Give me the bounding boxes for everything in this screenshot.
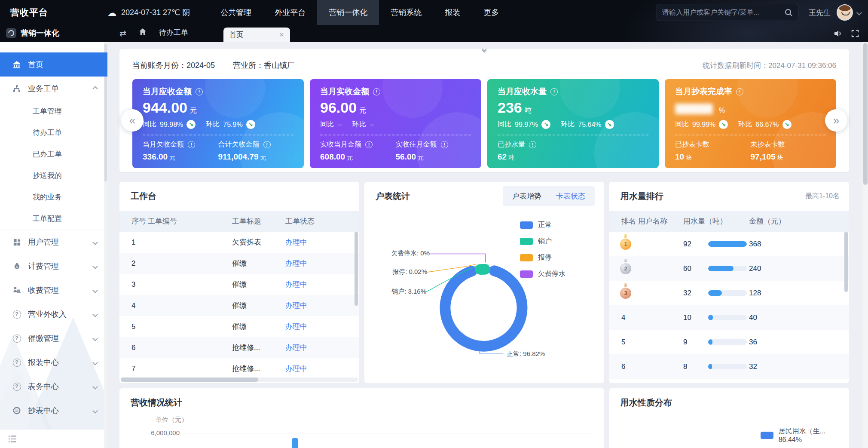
collapse-panel-button[interactable] xyxy=(483,49,486,52)
status-link[interactable]: 办理中 xyxy=(285,279,359,289)
status-link[interactable]: 办理中 xyxy=(285,364,359,374)
sidebar-subitem-order-config[interactable]: 工单配置 xyxy=(0,208,107,230)
carousel-prev-button[interactable]: « xyxy=(121,109,144,132)
tab-meter-growth[interactable]: 户表增势 xyxy=(512,191,541,201)
sidebar-item-billing-manage[interactable]: $ 计费管理 xyxy=(0,254,107,278)
volume-icon[interactable] xyxy=(833,29,842,38)
tab-home[interactable]: 首页 × xyxy=(223,28,290,42)
meter-icon xyxy=(12,406,21,415)
question-circle-icon: ? xyxy=(12,310,21,319)
stat-card-reading-completion[interactable]: 当月抄表完成率! % 同比99.99%↘ 环比66.67%↘ 已抄表卡数 10块 xyxy=(665,79,836,168)
info-icon[interactable]: ! xyxy=(373,88,380,95)
sidebar-item-home[interactable]: 首页 xyxy=(0,52,107,77)
legend-item-residential[interactable]: 居民用水（生... 86.44% xyxy=(761,427,849,444)
table-row[interactable]: 7 抢维修... 办理中 xyxy=(119,358,359,379)
stat-card-receivable-amount[interactable]: 当月应收金额! 944.00元 同比99.98%↘ 环比75.9%↘ 当月欠收金… xyxy=(132,79,304,168)
table-row[interactable]: 1 欠费拆表 办理中 xyxy=(119,232,359,253)
sidebar-subitem-cc-me[interactable]: 抄送我的 xyxy=(0,165,107,187)
sidebar-item-meter-reading-center[interactable]: 抄表中心 xyxy=(0,399,107,423)
stat-card-receivable-water[interactable]: 当月应收水量! 236吨 同比99.97%↘ 环比75.64%↘ 已抄水量! 6… xyxy=(487,79,659,168)
info-icon[interactable]: ! xyxy=(736,88,743,95)
sidebar-item-label: 首页 xyxy=(28,59,43,70)
topmenu-item-field[interactable]: 外业平台 xyxy=(263,0,317,25)
sidebar-menu: 首页 业务工单 工单管理 待办工单 已办工单 抄送我的 我的业务 工单配置 xyxy=(0,42,107,423)
status-link[interactable]: 办理中 xyxy=(285,237,359,247)
table-row[interactable]: 3 催缴 办理中 xyxy=(119,274,359,295)
topmenu-item-marketing-integrated[interactable]: 营销一体化 xyxy=(317,0,379,25)
page-scrollbar-thumb[interactable] xyxy=(863,43,868,185)
sidebar-subitem-done-orders[interactable]: 已办工单 xyxy=(0,144,107,165)
sidebar-subitem-todo-orders[interactable]: 待办工单 xyxy=(0,122,107,144)
tab-card-meter-status[interactable]: 卡表状态 xyxy=(556,191,585,201)
carousel-next-button[interactable]: » xyxy=(825,109,847,132)
table-row[interactable]: 4 催缴 办理中 xyxy=(119,295,359,316)
table-row[interactable]: 6 抢维修... 办理中 xyxy=(119,337,359,358)
topmenu-item-install[interactable]: 报装 xyxy=(433,0,472,25)
sidebar-item-user-manage[interactable]: 用户管理 xyxy=(0,230,107,254)
money-bag-icon: $ xyxy=(12,262,21,270)
sidebar-subitem-my-business[interactable]: 我的业务 xyxy=(0,187,107,208)
horizontal-scrollbar-thumb[interactable] xyxy=(121,377,258,382)
legend-item-closed[interactable]: 销户 xyxy=(520,237,565,246)
sidebar-subitem-order-manage[interactable]: 工单管理 xyxy=(0,101,107,122)
topmenu-item-public[interactable]: 公共管理 xyxy=(209,0,263,25)
info-icon[interactable]: ! xyxy=(365,141,373,148)
topmenu-item-more[interactable]: 更多 xyxy=(472,0,510,25)
sidebar-item-fee-manage[interactable]: 收费管理 xyxy=(0,278,107,302)
vertical-scrollbar-thumb[interactable] xyxy=(844,232,848,292)
home-icon[interactable] xyxy=(138,28,147,37)
table-row[interactable]: 2 催缴 办理中 xyxy=(119,253,359,274)
stat-trend: 同比99.99%↘ 环比66.67%↘ xyxy=(675,120,826,129)
search-icon[interactable] xyxy=(784,8,793,17)
ranking-row[interactable]: 2 60 240 xyxy=(609,256,849,281)
info-icon[interactable]: ! xyxy=(263,141,271,148)
fullscreen-icon[interactable] xyxy=(851,29,859,38)
sidebar-footer xyxy=(0,429,104,448)
stat-card-received-amount[interactable]: 当月实收金额! 96.00元 同比-- 环比-- 实收当月金额! 608.00元 xyxy=(310,79,481,168)
ranking-row[interactable]: 1 92 368 xyxy=(609,232,849,256)
quicklink-todo-orders[interactable]: 待办工单 xyxy=(159,28,188,37)
stat-sub-2: 实收往月金额! 56.00元 xyxy=(396,140,471,162)
status-link[interactable]: 办理中 xyxy=(285,301,359,310)
info-icon[interactable]: ! xyxy=(529,141,536,148)
legend-item-normal[interactable]: 正常 xyxy=(520,221,565,230)
usage-bar xyxy=(708,315,747,320)
ranking-row-partial[interactable] xyxy=(609,379,849,383)
info-icon[interactable]: ! xyxy=(188,141,195,148)
revenue-title: 营收情况统计 xyxy=(131,398,182,407)
tab-close-icon[interactable]: × xyxy=(279,30,284,40)
refresh-time: 统计数据刷新时间：2024-07-31 09:36:06 xyxy=(703,61,836,71)
status-link[interactable]: 办理中 xyxy=(285,258,359,268)
search-input[interactable] xyxy=(662,9,781,16)
sidebar-item-collection-manage[interactable]: ? 催缴管理 xyxy=(0,326,107,350)
status-link[interactable]: 办理中 xyxy=(285,322,359,331)
collapse-menu-icon[interactable] xyxy=(8,434,17,444)
ranking-row[interactable]: 6 8 32 xyxy=(609,354,849,379)
avatar[interactable] xyxy=(837,4,853,21)
info-icon[interactable]: ! xyxy=(550,88,558,95)
legend-item-paused[interactable]: 报停 xyxy=(520,253,565,262)
ranking-row[interactable]: 3 32 128 xyxy=(609,281,849,305)
vertical-scrollbar-thumb[interactable] xyxy=(355,232,358,306)
swap-tabs-icon[interactable]: ⇄ xyxy=(119,29,126,37)
sidebar-item-label: 抄表中心 xyxy=(28,405,59,416)
ranking-row[interactable]: 5 9 36 xyxy=(609,330,849,354)
sidebar-item-install-center[interactable]: ? 报装中心 xyxy=(0,350,107,374)
trend-down-icon: ↘ xyxy=(541,120,550,129)
info-icon[interactable]: ! xyxy=(441,141,448,148)
weather-widget: ☁ 2024-07-31 27℃ 阴 xyxy=(107,7,190,18)
topmenu-item-marketing-system[interactable]: 营销系统 xyxy=(379,0,433,25)
table-row[interactable]: 5 催缴 办理中 xyxy=(119,316,359,337)
user-menu-caret-icon[interactable] xyxy=(857,9,861,16)
tab-bar: 营销一体化 ⇄ 待办工单 首页 × xyxy=(0,25,868,42)
sidebar-item-work-orders[interactable]: 业务工单 xyxy=(0,77,107,101)
platform-logo: 营收平台 xyxy=(0,6,107,18)
status-link[interactable]: 办理中 xyxy=(285,343,359,353)
account-month: 当前账务月份：2024-05 xyxy=(132,60,215,71)
legend-item-arrears[interactable]: 欠费停水 xyxy=(520,270,565,279)
ranking-row[interactable]: 4 10 40 xyxy=(609,305,849,330)
silver-medal-icon: 2 xyxy=(620,263,631,274)
sidebar-item-meter-affairs-center[interactable]: ? 表务中心 xyxy=(0,374,107,399)
info-icon[interactable]: ! xyxy=(196,88,203,95)
sidebar-item-nonop-income[interactable]: ? 营业外收入 xyxy=(0,302,107,326)
